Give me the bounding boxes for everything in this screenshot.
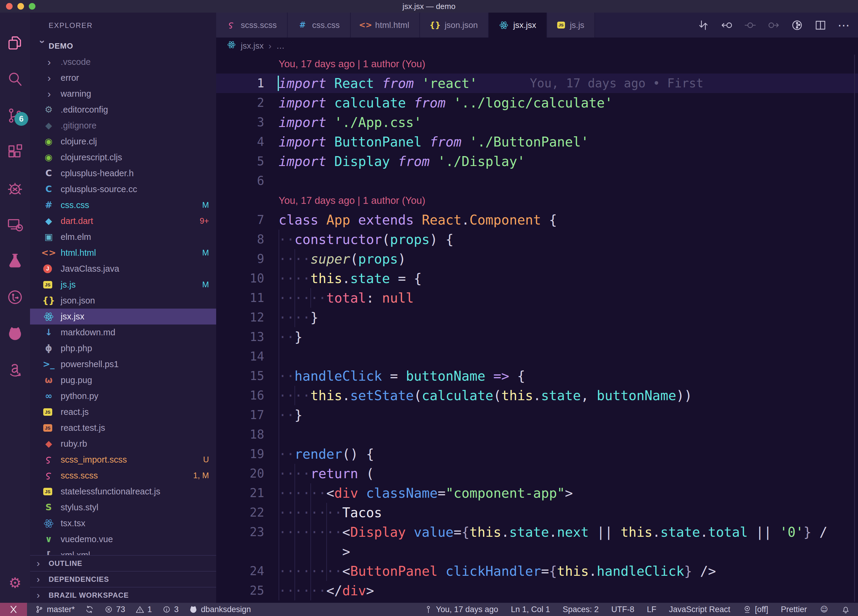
- navigate-circle-button[interactable]: [744, 19, 757, 31]
- code-line-19[interactable]: 19··render() {: [216, 444, 858, 464]
- activity-debug-button[interactable]: [0, 170, 30, 206]
- activity-source-control-button[interactable]: 6: [0, 97, 30, 134]
- code-line-8[interactable]: 8··constructor(props) {: [216, 230, 858, 249]
- status-off[interactable]: [off]: [743, 605, 768, 614]
- code-line-1[interactable]: 1import React from 'react'You, 17 days a…: [216, 73, 858, 93]
- file-xml.xml[interactable]: [xml.xml: [30, 547, 216, 555]
- settings-button[interactable]: ⚙: [0, 567, 30, 599]
- status-bell[interactable]: [841, 605, 850, 614]
- line-number[interactable]: 7: [216, 210, 264, 230]
- folder-.vscode[interactable]: ›.vscode: [30, 54, 216, 70]
- file-jsx.jsx[interactable]: jsx.jsx: [30, 309, 216, 325]
- activity-extensions-button[interactable]: [0, 134, 30, 170]
- code-line-7[interactable]: 7class App extends React.Component {: [216, 210, 858, 230]
- gitlens-blame-lens[interactable]: You, 17 days ago | 1 author (You): [216, 54, 858, 73]
- status-javascript-react[interactable]: JavaScript React: [669, 605, 730, 614]
- code-line-2[interactable]: 2import calculate from '../logic/calcula…: [216, 93, 858, 113]
- line-number[interactable]: 10: [216, 269, 264, 288]
- compare-changes-button[interactable]: [697, 19, 710, 31]
- file-.gitignore[interactable]: ◆.gitignore: [30, 118, 216, 134]
- file-python.py[interactable]: ∞python.py: [30, 388, 216, 404]
- file-statelessfunctionalreact.js[interactable]: JSstatelessfunctionalreact.js: [30, 484, 216, 499]
- file-css.css[interactable]: #css.cssM: [30, 197, 216, 213]
- file-scss.scss[interactable]: scss.scss1, M: [30, 468, 216, 484]
- tab-json.json[interactable]: {}json.json: [420, 12, 489, 37]
- code-line-4[interactable]: 4import ButtonPanel from './ButtonPanel': [216, 132, 858, 152]
- navigate-back-button[interactable]: [721, 19, 733, 31]
- code-line-11[interactable]: 11······total: null: [216, 288, 858, 308]
- code-line-20[interactable]: 20····return (: [216, 464, 858, 483]
- line-number[interactable]: 15: [216, 366, 264, 386]
- section-dependencies[interactable]: ›DEPENDENCIES: [30, 571, 216, 587]
- activity-search-button[interactable]: [0, 61, 30, 97]
- line-number[interactable]: 3: [216, 113, 264, 132]
- status-3[interactable]: 3: [162, 605, 179, 614]
- file-pug.pug[interactable]: ωpug.pug: [30, 372, 216, 388]
- status-73[interactable]: 73: [104, 605, 125, 614]
- line-number[interactable]: 21: [216, 483, 264, 503]
- code-line-10[interactable]: 10····this.state = {: [216, 269, 858, 288]
- timeline-button[interactable]: [791, 19, 804, 31]
- line-number[interactable]: 2: [216, 93, 264, 113]
- file-clojurescript.cljs[interactable]: ◉clojurescript.cljs: [30, 149, 216, 165]
- breadcrumb-more[interactable]: …: [276, 41, 284, 51]
- line-number[interactable]: 14: [216, 347, 264, 366]
- folder-warning[interactable]: ›warning: [30, 86, 216, 102]
- line-number[interactable]: 17: [216, 405, 264, 425]
- line-number[interactable]: 20: [216, 464, 264, 483]
- tab-css.css[interactable]: #css.css: [288, 12, 351, 37]
- status-master[interactable]: master*: [35, 605, 75, 614]
- line-number[interactable]: 24: [216, 562, 264, 581]
- status-1[interactable]: 1: [135, 605, 152, 614]
- code-line-13[interactable]: 13··}: [216, 327, 858, 347]
- file-.editorconfig[interactable]: ⚙.editorconfig: [30, 102, 216, 118]
- line-number[interactable]: 5: [216, 152, 264, 171]
- file-clojure.clj[interactable]: ◉clojure.clj: [30, 134, 216, 149]
- file-powershell.ps1[interactable]: >_powershell.ps1: [30, 356, 216, 372]
- file-cplusplus-header.h[interactable]: Ccplusplus-header.h: [30, 165, 216, 181]
- remote-indicator[interactable]: [0, 603, 27, 616]
- activity-github-button[interactable]: [0, 315, 30, 352]
- status-sync[interactable]: [85, 605, 94, 614]
- line-number[interactable]: 9: [216, 249, 264, 269]
- code-line-wrap[interactable]: >: [216, 542, 858, 562]
- code-line-12[interactable]: 12····}: [216, 308, 858, 327]
- file-cplusplus-source.cc[interactable]: Ccplusplus-source.cc: [30, 181, 216, 197]
- code-line-24[interactable]: 24········<ButtonPanel clickHandler={thi…: [216, 562, 858, 581]
- file-react.js[interactable]: JSreact.js: [30, 404, 216, 420]
- line-number[interactable]: 1: [216, 73, 264, 93]
- line-number[interactable]: 25: [216, 581, 264, 600]
- gitlens-blame-lens[interactable]: You, 17 days ago | 1 author (You): [216, 191, 858, 210]
- file-tsx.tsx[interactable]: tsx.tsx: [30, 515, 216, 531]
- code-editor[interactable]: You, 17 days ago | 1 author (You)1import…: [216, 54, 858, 603]
- status-you-17-days-ago[interactable]: You, 17 days ago: [424, 605, 498, 614]
- status-smiley[interactable]: ☺: [819, 606, 828, 613]
- line-number[interactable]: 6: [216, 171, 264, 191]
- status-prettier[interactable]: Prettier: [781, 605, 807, 614]
- breadcrumb-file[interactable]: jsx.jsx: [241, 41, 264, 51]
- line-number[interactable]: 23: [216, 522, 264, 542]
- tab-jsx.jsx[interactable]: jsx.jsx: [489, 12, 547, 37]
- code-line-5[interactable]: 5import Display from './Display': [216, 152, 858, 171]
- file-react.test.js[interactable]: JSreact.test.js: [30, 420, 216, 436]
- file-json.json[interactable]: {}json.json: [30, 293, 216, 309]
- code-line-18[interactable]: 18: [216, 425, 858, 444]
- line-number[interactable]: 19: [216, 444, 264, 464]
- code-line-23[interactable]: 23········<Display value={this.state.nex…: [216, 522, 858, 542]
- breadcrumb[interactable]: jsx.jsx › …: [216, 37, 858, 54]
- code-line-6[interactable]: 6: [216, 171, 858, 191]
- code-line-15[interactable]: 15··handleClick = buttonName => {: [216, 366, 858, 386]
- status-utf-8[interactable]: UTF-8: [611, 605, 634, 614]
- code-line-22[interactable]: 22········Tacos: [216, 503, 858, 522]
- tab-html.html[interactable]: <>html.html: [351, 12, 420, 37]
- file-JavaClass.java[interactable]: JJavaClass.java: [30, 261, 216, 277]
- file-html.html[interactable]: <>html.htmlM: [30, 245, 216, 261]
- line-number[interactable]: 4: [216, 132, 264, 152]
- file-stylus.styl[interactable]: Sstylus.styl: [30, 499, 216, 515]
- file-ruby.rb[interactable]: ◆ruby.rb: [30, 436, 216, 452]
- line-number[interactable]: 11: [216, 288, 264, 308]
- activity-remote-explorer-button[interactable]: [0, 206, 30, 243]
- activity-explorer-button[interactable]: [0, 25, 30, 61]
- section-outline[interactable]: ›OUTLINE: [30, 555, 216, 571]
- code-line-3[interactable]: 3import './App.css': [216, 113, 858, 132]
